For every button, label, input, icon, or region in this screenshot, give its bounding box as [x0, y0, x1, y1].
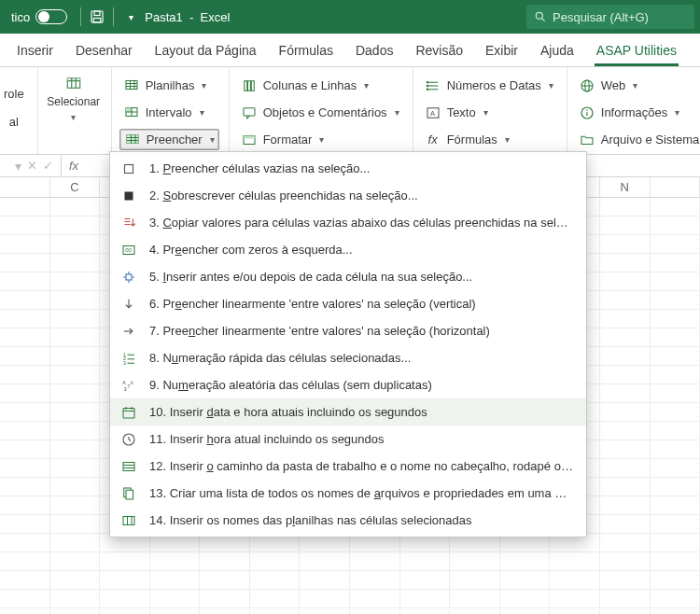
ribbon-tab[interactable]: Fórmulas — [268, 35, 344, 66]
grid-cell[interactable] — [600, 328, 651, 347]
grid-cell[interactable] — [50, 291, 101, 310]
range-menu[interactable]: Intervalo▾ — [119, 102, 219, 123]
file-system-menu[interactable]: Arquivo e Sistema▾ — [575, 129, 700, 150]
grid-cell[interactable] — [50, 254, 101, 272]
ribbon-tab[interactable]: ASAP Utilities — [585, 35, 688, 66]
grid-cell[interactable] — [651, 440, 700, 459]
grid-cell[interactable] — [600, 403, 651, 422]
grid-cell[interactable] — [651, 552, 700, 571]
menu-item[interactable]: 5. Inserir antes e/ou depois de cada cél… — [110, 263, 586, 290]
format-menu[interactable]: Formatar▾ — [237, 129, 403, 150]
grid-cell[interactable] — [600, 440, 651, 459]
column-header[interactable] — [0, 177, 50, 198]
grid-cell[interactable] — [50, 478, 101, 496]
grid-cell[interactable] — [0, 310, 50, 328]
grid-cell[interactable] — [600, 422, 651, 440]
grid-cell[interactable] — [651, 478, 700, 496]
grid-cell[interactable] — [50, 459, 101, 478]
grid-cell[interactable] — [400, 552, 451, 571]
check-icon[interactable]: ✓ — [43, 159, 53, 173]
grid-cell[interactable] — [50, 608, 101, 614]
grid-cell[interactable] — [0, 515, 50, 534]
grid-cell[interactable] — [600, 291, 651, 310]
grid-cell[interactable] — [300, 571, 350, 590]
grid-cell[interactable] — [0, 272, 50, 291]
grid-cell[interactable] — [600, 459, 651, 478]
cancel-icon[interactable]: ▾ — [15, 159, 21, 174]
menu-item[interactable]: 1238. Numeração rápida das células selec… — [110, 344, 586, 371]
grid-cell[interactable] — [400, 571, 451, 590]
grid-cell[interactable] — [600, 235, 651, 254]
grid-cell[interactable] — [150, 608, 201, 614]
column-header[interactable]: C — [50, 177, 101, 198]
ribbon-tab[interactable]: Dados — [344, 35, 404, 66]
column-header[interactable] — [651, 177, 700, 198]
grid-cell[interactable] — [500, 571, 551, 590]
grid-cell[interactable] — [450, 552, 500, 571]
grid-cell[interactable] — [50, 328, 101, 347]
fill-menu[interactable]: Preencher▾ — [119, 129, 219, 150]
grid-cell[interactable] — [600, 534, 651, 552]
grid-cell[interactable] — [0, 254, 50, 272]
grid-cell[interactable] — [600, 571, 651, 590]
ribbon-item[interactable]: al — [6, 111, 22, 133]
grid-cell[interactable] — [550, 552, 600, 571]
grid-cell[interactable] — [0, 422, 50, 440]
menu-item[interactable]: 12. Inserir o caminho da pasta de trabal… — [110, 453, 586, 480]
menu-item[interactable]: 2. Sobrescrever células preenchidas na s… — [110, 182, 586, 209]
grid-cell[interactable] — [250, 571, 301, 590]
column-header[interactable]: N — [600, 177, 651, 198]
grid-cell[interactable] — [550, 571, 600, 590]
objects-comments-menu[interactable]: Objetos e Comentários▾ — [237, 102, 403, 123]
grid-cell[interactable] — [0, 384, 50, 403]
grid-cell[interactable] — [651, 422, 700, 440]
info-menu[interactable]: Informações▾ — [575, 102, 700, 123]
grid-cell[interactable] — [200, 608, 250, 614]
grid-cell[interactable] — [651, 291, 700, 310]
grid-cell[interactable] — [600, 608, 651, 614]
grid-cell[interactable] — [200, 571, 250, 590]
ribbon-item[interactable]: role — [0, 83, 28, 105]
ribbon-tab[interactable]: Layout da Página — [144, 35, 268, 66]
grid-cell[interactable] — [600, 552, 651, 571]
grid-cell[interactable] — [651, 347, 700, 366]
grid-cell[interactable] — [100, 571, 150, 590]
grid-cell[interactable] — [651, 534, 700, 552]
grid-cell[interactable] — [350, 608, 400, 614]
grid-cell[interactable] — [200, 552, 250, 571]
menu-item[interactable]: 13. Criar uma lista de todos os nomes de… — [110, 480, 586, 507]
grid-cell[interactable] — [651, 272, 700, 291]
menu-item[interactable]: A7k39. Numeração aleatória das células (… — [110, 371, 586, 398]
ribbon-tab[interactable]: Revisão — [404, 35, 474, 66]
menu-item[interactable]: 1. Preencher células vazias na seleção..… — [110, 155, 586, 182]
grid-cell[interactable] — [200, 590, 250, 608]
grid-cell[interactable] — [50, 534, 101, 552]
grid-cell[interactable] — [0, 478, 50, 496]
grid-cell[interactable] — [651, 459, 700, 478]
grid-cell[interactable] — [600, 310, 651, 328]
grid-cell[interactable] — [500, 608, 551, 614]
grid-cell[interactable] — [651, 235, 700, 254]
grid-cell[interactable] — [0, 328, 50, 347]
columns-rows-menu[interactable]: Colunas e Linhas▾ — [237, 75, 403, 96]
grid-cell[interactable] — [250, 590, 301, 608]
grid-cell[interactable] — [250, 552, 301, 571]
select-button[interactable]: Selecionar ▾ — [46, 71, 102, 150]
grid-cell[interactable] — [0, 216, 50, 235]
grid-cell[interactable] — [0, 291, 50, 310]
menu-item[interactable]: 6. Preencher linearmente 'entre valores'… — [110, 290, 586, 317]
chevron-icon[interactable]: ✕ — [27, 159, 37, 173]
grid-cell[interactable] — [100, 608, 150, 614]
grid-cell[interactable] — [350, 590, 400, 608]
menu-item[interactable]: 11. Inserir hora atual incluindo os segu… — [110, 426, 586, 453]
autosave-toggle[interactable] — [35, 9, 67, 24]
grid-cell[interactable] — [350, 571, 400, 590]
grid-cell[interactable] — [450, 608, 500, 614]
sheets-menu[interactable]: Planilhas▾ — [119, 75, 219, 96]
text-menu[interactable]: A Texto▾ — [421, 102, 557, 123]
ribbon-tab[interactable]: Desenhar — [64, 35, 144, 66]
grid-cell[interactable] — [50, 422, 101, 440]
grid-cell[interactable] — [150, 571, 201, 590]
grid-cell[interactable] — [651, 571, 700, 590]
grid-cell[interactable] — [300, 552, 350, 571]
